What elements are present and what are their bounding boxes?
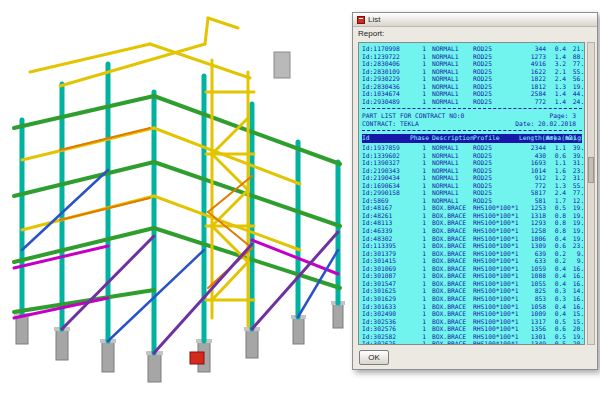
cell-area: 0.4 [546, 45, 566, 53]
table-row: Id:302490 1 BOX.BRACE RHS100*100*1 1009 … [362, 310, 582, 318]
cell-id: Id:1390327 [362, 159, 410, 167]
cell-profile: ROD25 [469, 90, 519, 98]
cell-profile: ROD25 [469, 182, 519, 190]
cell-description: BOX.BRACE [426, 242, 469, 250]
cell-area: 1.1 [546, 159, 566, 167]
cell-weight: 19.4 [566, 204, 585, 212]
cell-area: 0.5 [546, 340, 566, 345]
ok-button[interactable]: OK [359, 350, 389, 365]
cell-phase: 1 [410, 227, 426, 235]
cell-weight: 16.1 [566, 280, 585, 288]
cell-profile: ROD25 [469, 174, 519, 182]
report-pre-rows: Id:1170998 1 NORMAL1 ROD25 344 0.4 21.8 … [362, 45, 582, 105]
cell-weight: 16.4 [566, 272, 585, 280]
cell-id: Id:1170998 [362, 45, 410, 53]
cell-length: 853 [519, 295, 546, 303]
cell-length: 1014 [519, 167, 546, 175]
dialog-titlebar[interactable]: List [353, 13, 597, 27]
cell-phase: 1 [410, 75, 426, 83]
col-profile: Profile [469, 134, 519, 142]
cell-area: 2.1 [546, 68, 566, 76]
cell-profile: ROD25 [469, 152, 519, 160]
cell-description: NORMAL1 [426, 152, 469, 160]
cell-length: 1258 [519, 227, 546, 235]
cell-description: BOX.BRACE [426, 257, 469, 265]
cell-area: 0.4 [546, 235, 566, 243]
cell-description: BOX.BRACE [426, 204, 469, 212]
cell-weight: 31.7 [566, 174, 585, 182]
cell-length: 772 [519, 98, 546, 106]
list-dialog: List Report: Id:1170998 1 NORMAL1 ROD25 … [352, 12, 598, 370]
cell-profile: RHS100*100*1 [469, 280, 519, 288]
cell-id: Id:2190434 [362, 174, 410, 182]
cell-id: Id:2190343 [362, 167, 410, 175]
cell-phase: 1 [410, 310, 426, 318]
separator-line [362, 130, 582, 131]
cell-description: BOX.BRACE [426, 340, 469, 345]
table-row: Id:302576 1 BOX.BRACE RHS100*100*1 1356 … [362, 325, 582, 333]
cell-id: Id:301087 [362, 272, 410, 280]
cell-id: Id:2930229 [362, 75, 410, 83]
cell-weight: 16.3 [566, 303, 585, 311]
vertical-scrollbar[interactable] [587, 42, 595, 345]
cell-area: 0.3 [546, 295, 566, 303]
table-row: Id:301629 1 BOX.BRACE RHS100*100*1 853 0… [362, 295, 582, 303]
cell-weight: 16.4 [566, 265, 585, 273]
cell-id: Id:1690634 [362, 182, 410, 190]
cell-description: BOX.BRACE [426, 325, 469, 333]
cell-profile: RHS100*100*1 [469, 340, 519, 345]
table-row: Id:301415 1 BOX.BRACE RHS100*100*1 633 0… [362, 257, 582, 265]
table-row: Id:48302 1 BOX.BRACE RHS100*100*1 1806 0… [362, 235, 582, 243]
cell-description: NORMAL1 [426, 197, 469, 205]
cell-weight: 9.6 [566, 250, 585, 258]
cell-description: BOX.BRACE [426, 287, 469, 295]
cell-area: 0.8 [546, 227, 566, 235]
cell-profile: ROD25 [469, 144, 519, 152]
table-row: Id:1170998 1 NORMAL1 ROD25 344 0.4 21.8 [362, 45, 582, 53]
col-description: Description [426, 134, 469, 142]
table-row: Id:2930489 1 NORMAL1 ROD25 772 1.4 24.3 [362, 98, 582, 106]
cell-weight: 19.9 [566, 212, 585, 220]
cell-phase: 1 [410, 272, 426, 280]
cell-profile: RHS100*100*1 [469, 250, 519, 258]
cell-id: Id:113395 [362, 242, 410, 250]
cell-weight: 21.8 [566, 45, 585, 53]
cell-id: Id:301625 [362, 287, 410, 295]
cell-area: 1.7 [546, 197, 566, 205]
cell-id: Id:302576 [362, 325, 410, 333]
scrollbar-thumb[interactable] [588, 157, 594, 183]
cell-length: 1009 [519, 310, 546, 318]
cell-id: Id:302536 [362, 318, 410, 326]
cell-weight: 77.1 [566, 60, 585, 68]
cell-description: BOX.BRACE [426, 250, 469, 258]
table-row: Id:1690634 1 NORMAL1 ROD25 772 1.3 55.8 [362, 182, 582, 190]
table-row: Id:301379 1 BOX.BRACE RHS100*100*1 639 0… [362, 250, 582, 258]
cell-weight: 39.3 [566, 152, 585, 160]
cell-description: BOX.BRACE [426, 212, 469, 220]
application-window: List Report: Id:1170998 1 NORMAL1 ROD25 … [0, 0, 600, 400]
cell-phase: 1 [410, 182, 426, 190]
cell-weight: 9.6 [566, 257, 585, 265]
cell-profile: RHS100*100*1 [469, 303, 519, 311]
cell-description: BOX.BRACE [426, 310, 469, 318]
cell-length: 1806 [519, 235, 546, 243]
cell-description: BOX.BRACE [426, 227, 469, 235]
cell-id: Id:301379 [362, 250, 410, 258]
cell-phase: 1 [410, 325, 426, 333]
cell-description: NORMAL1 [426, 45, 469, 53]
report-text-area: Id:1170998 1 NORMAL1 ROD25 344 0.4 21.8 … [358, 42, 585, 345]
cell-id: Id:1239722 [362, 53, 410, 61]
table-row: Id:1239722 1 NORMAL1 ROD25 1273 1.4 88.3 [362, 53, 582, 61]
cell-weight: 20.8 [566, 340, 585, 345]
separator-line [362, 108, 582, 109]
table-row: Id:48261 1 BOX.BRACE RHS100*100*1 1318 0… [362, 212, 582, 220]
cell-weight: 14.1 [566, 287, 585, 295]
cell-length: 912 [519, 174, 546, 182]
cell-length: 2344 [519, 144, 546, 152]
cell-phase: 1 [410, 189, 426, 197]
cell-id: Id:48113 [362, 219, 410, 227]
cell-length: 2584 [519, 90, 546, 98]
cell-weight: 44.2 [566, 90, 585, 98]
cell-area: 0.4 [546, 303, 566, 311]
cell-id: Id:2990158 [362, 189, 410, 197]
